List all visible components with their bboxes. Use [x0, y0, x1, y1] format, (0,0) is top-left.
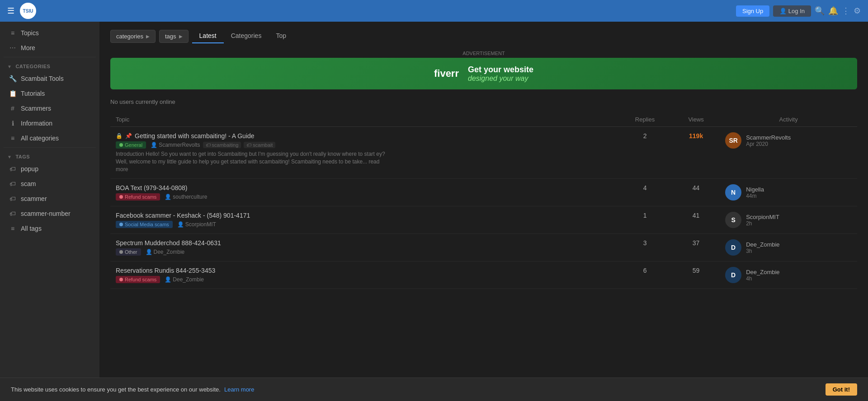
replies-header: Replies [618, 112, 672, 127]
filter-bar: categories ▶ tags ▶ Latest Categories To… [110, 29, 857, 43]
topic-title[interactable]: Facebook scammer - Keshack - (548) 901-4… [116, 212, 250, 219]
tutorials-icon: 📋 [9, 90, 16, 97]
sidebar-item-information[interactable]: ℹ Information [2, 116, 98, 131]
sidebar-tag-popup[interactable]: 🏷 popup [2, 162, 98, 176]
log-in-button[interactable]: 👤 Log In [773, 5, 811, 17]
category-badge[interactable]: Refund scams [116, 276, 160, 283]
scammers-icon: # [9, 105, 16, 112]
tags-filter-button[interactable]: tags ▶ [159, 30, 189, 43]
sidebar-tag-scammer[interactable]: 🏷 scammer [2, 191, 98, 206]
sidebar-tag-scammer-number[interactable]: 🏷 scammer-number [2, 206, 98, 221]
category-dot [119, 223, 123, 226]
advertisement-banner[interactable]: fiverr Get your website designed your wa… [110, 58, 857, 89]
topic-excerpt: Introduction Hello! So you want to get i… [116, 150, 387, 173]
avatar[interactable]: S [725, 212, 741, 228]
topic-user[interactable]: 👤 ScorpionMIT [177, 221, 216, 228]
top-navigation: ☰ TSIU Sign Up 👤 Log In 🔍 🔔 ⋮ ⚙ [0, 0, 868, 22]
topic-cell: BOA Text (979-344-0808) Refund scams 👤 s… [110, 179, 618, 206]
meta-row: Refund scams 👤 southerculture [116, 193, 612, 200]
search-icon[interactable]: 🔍 [815, 6, 825, 16]
sidebar-divider-2 [4, 147, 96, 148]
replies-cell: 1 [618, 206, 672, 234]
menu-icon[interactable]: ⋮ [842, 6, 850, 16]
categories-filter-button[interactable]: categories ▶ [110, 30, 156, 43]
topic-user[interactable]: 👤 ScammerRevolts [151, 142, 200, 148]
activity-time: 4h [746, 275, 779, 282]
toggle-icon[interactable]: ▼ [7, 64, 12, 69]
topic-header: Topic [110, 112, 618, 127]
user-icon: 👤 [177, 221, 184, 228]
tab-categories[interactable]: Categories [224, 29, 269, 43]
topics-table: Topic Replies Views Activity 🔒📌 Getting … [110, 112, 857, 289]
topic-cell: 🔒📌 Getting started with scambaiting! - A… [110, 127, 618, 179]
activity-info: ScorpionMIT 2h [746, 214, 779, 227]
category-badge[interactable]: Other [116, 248, 141, 256]
topic-title[interactable]: Spectrum Mudderchod 888-424-0631 [116, 239, 221, 247]
sidebar-item-scambait-tools[interactable]: 🔧 Scambait Tools [2, 71, 98, 86]
activity-cell: D Dee_Zombie 3h [720, 234, 857, 261]
avatar[interactable]: N [725, 184, 741, 200]
topic-user[interactable]: 👤 Dee_Zombie [146, 249, 185, 255]
avatar[interactable]: D [725, 239, 741, 256]
activity-cell: SR ScammerRevolts Apr 2020 [720, 127, 857, 179]
activity-info: Dee_Zombie 4h [746, 269, 779, 282]
notifications-icon[interactable]: 🔔 [828, 6, 838, 16]
category-badge[interactable]: Social Media scams [116, 221, 173, 228]
avatar[interactable]: D [725, 267, 741, 283]
activity-time: 44m [746, 193, 764, 199]
main-layout: ≡ Topics ⋯ More ▼ CATEGORIES 🔧 Scambait … [0, 22, 868, 401]
sidebar-item-topics[interactable]: ≡ Topics [2, 26, 98, 40]
topic-title-row: Facebook scammer - Keshack - (548) 901-4… [116, 212, 612, 219]
meta-row: Social Media scams 👤 ScorpionMIT [116, 221, 612, 228]
topic-title[interactable]: Reservations Rundis 844-255-3453 [116, 267, 215, 274]
topic-title[interactable]: Getting started with scambaiting! - A Gu… [135, 132, 255, 140]
hamburger-menu[interactable]: ☰ [7, 6, 14, 16]
sidebar-all-tags[interactable]: ≡ All tags [2, 221, 98, 236]
activity-info: ScammerRevolts Apr 2020 [746, 134, 791, 147]
settings-icon[interactable]: ⚙ [854, 6, 861, 16]
sidebar-item-all-categories[interactable]: ≡ All categories [2, 131, 98, 145]
sidebar-item-scammers[interactable]: # Scammers [2, 101, 98, 116]
scambait-tools-icon: 🔧 [9, 75, 16, 82]
sidebar-item-tutorials[interactable]: 📋 Tutorials [2, 86, 98, 101]
activity-content: S ScorpionMIT 2h [725, 212, 852, 228]
activity-time: 3h [746, 248, 779, 254]
topic-user[interactable]: 👤 Dee_Zombie [165, 276, 204, 283]
learn-more-link[interactable]: Learn more [224, 386, 254, 393]
tab-top[interactable]: Top [269, 29, 293, 43]
activity-content: SR ScammerRevolts Apr 2020 [725, 132, 852, 149]
activity-header: Activity [720, 112, 857, 127]
tag-scammer-icon: 🏷 [9, 195, 16, 202]
category-dot [119, 195, 123, 199]
avatar[interactable]: SR [725, 132, 741, 149]
tags-toggle-icon[interactable]: ▼ [7, 154, 12, 159]
sidebar-divider-1 [4, 57, 96, 57]
categories-section-header: ▼ CATEGORIES [0, 59, 99, 71]
user-icon: 👤 [151, 142, 157, 148]
ad-platform: fiverr [434, 68, 459, 79]
activity-content: D Dee_Zombie 3h [725, 239, 852, 256]
sign-up-button[interactable]: Sign Up [736, 5, 769, 17]
user-icon: 👤 [165, 276, 171, 283]
topic-user[interactable]: 👤 southerculture [165, 194, 207, 200]
views-cell: 59 [672, 261, 720, 289]
views-cell: 119k [672, 127, 720, 179]
views-cell: 44 [672, 179, 720, 206]
online-status: No users currently online [110, 97, 857, 107]
ad-content: fiverr Get your website designed your wa… [434, 65, 533, 83]
activity-user: ScorpionMIT [746, 214, 779, 220]
got-it-button[interactable]: Got it! [826, 383, 857, 396]
user-icon: 👤 [779, 8, 787, 14]
topic-title[interactable]: BOA Text (979-344-0808) [116, 184, 188, 191]
sidebar-item-more[interactable]: ⋯ More [2, 41, 98, 55]
topic-title-row: BOA Text (979-344-0808) [116, 184, 612, 191]
category-badge[interactable]: Refund scams [116, 193, 160, 200]
information-icon: ℹ [9, 120, 16, 127]
tab-latest[interactable]: Latest [192, 29, 224, 43]
site-logo[interactable]: TSIU [20, 3, 36, 19]
activity-cell: D Dee_Zombie 4h [720, 261, 857, 289]
category-badge[interactable]: General [116, 141, 146, 149]
sidebar-tag-scam[interactable]: 🏷 scam [2, 177, 98, 191]
lock-icon: 🔒 [116, 133, 123, 139]
meta-row: Other 👤 Dee_Zombie [116, 248, 612, 256]
